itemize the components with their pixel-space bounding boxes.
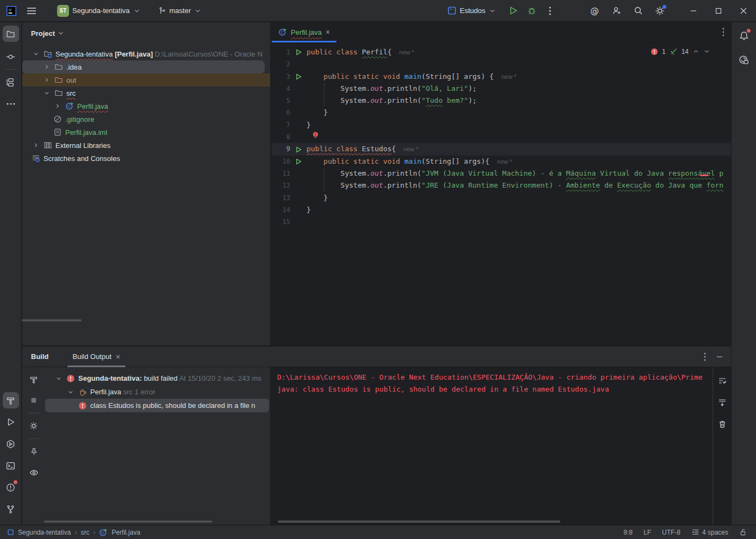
build-tree-item-row[interactable]: Segunda-tentativa: build failed At 15/10…	[45, 371, 270, 385]
more-toolwindows-button[interactable]	[3, 96, 19, 112]
code-line-4[interactable]: 4 System.out.println("Olá, Lari");	[272, 83, 731, 95]
project-tree-item-row[interactable]: Scratches and Consoles	[22, 152, 270, 165]
settings-gear-icon[interactable]	[651, 3, 669, 19]
code-line-9[interactable]: 9public class Estudos{new *	[272, 143, 731, 155]
code-line-7[interactable]: 7}	[272, 119, 731, 131]
breadcrumb-item[interactable]: Perfil.java	[111, 529, 140, 536]
window-minimize-button[interactable]	[681, 0, 706, 22]
build-output-tab[interactable]: Build Output ×	[71, 346, 123, 367]
code-line-6[interactable]: 6 }	[272, 107, 731, 119]
breadcrumb-item[interactable]: src	[80, 529, 89, 536]
main-menu-button[interactable]	[22, 3, 41, 19]
build-options-kebab-icon[interactable]	[704, 352, 706, 361]
clear-all-trash-icon[interactable]	[714, 416, 730, 432]
code-line-5[interactable]: 5 System.out.println("Tudo bem?");	[272, 95, 731, 107]
cursor-position-widget[interactable]: 9:8	[623, 529, 633, 536]
build-toolwindow-button[interactable]	[3, 392, 19, 408]
more-actions-button[interactable]	[541, 3, 559, 19]
chevron-down-icon[interactable]	[30, 50, 42, 58]
code-line-3[interactable]: 3 public static void main(String[] args)…	[272, 71, 731, 83]
code-line-13[interactable]: 13 }	[272, 192, 731, 204]
project-tree-item-row[interactable]: Segunda-tentativa [Perfil.java] D:\Laris…	[22, 47, 270, 60]
code-line-14[interactable]: 14}	[272, 204, 731, 216]
chevron-right-icon[interactable]	[41, 76, 53, 84]
ai-assistant-icon[interactable]: @	[585, 3, 604, 19]
code-editor[interactable]: 1public class Perfil{new *23 public stat…	[272, 42, 731, 345]
breadcrumbs[interactable]: Segunda-tentativa›src›CPerfil.java	[0, 528, 140, 537]
chevron-right-icon[interactable]	[30, 141, 42, 149]
prev-problem-chevron-icon[interactable]	[692, 48, 699, 55]
search-everywhere-icon[interactable]	[629, 3, 647, 19]
chevron-down-icon[interactable]	[53, 375, 65, 382]
error-stripe-mark[interactable]	[700, 175, 708, 176]
chevron-down-icon[interactable]	[65, 388, 77, 396]
project-horizontal-scrollbar[interactable]	[22, 319, 82, 321]
project-widget[interactable]: ST Segunda-tentativa	[54, 3, 144, 19]
window-maximize-button[interactable]	[706, 0, 731, 22]
run-arrow-icon[interactable]	[296, 49, 302, 55]
structure-toolwindow-button[interactable]	[3, 74, 19, 90]
line-separator-widget[interactable]: LF	[643, 529, 651, 536]
run-arrow-icon[interactable]	[296, 158, 302, 165]
code-with-me-icon[interactable]	[607, 3, 626, 19]
rerun-build-button[interactable]	[26, 371, 42, 388]
run-arrow-icon[interactable]	[296, 146, 302, 153]
project-tree-item-row[interactable]: External Libraries	[22, 139, 270, 152]
build-settings-gear-icon[interactable]	[26, 418, 42, 434]
scroll-to-end-icon[interactable]	[714, 394, 730, 411]
services-toolwindow-button[interactable]	[3, 436, 19, 452]
breadcrumb-item[interactable]: Segunda-tentativa	[18, 529, 71, 536]
problems-toolwindow-button[interactable]	[3, 479, 19, 495]
next-problem-chevron-icon[interactable]	[703, 48, 710, 55]
code-line-12[interactable]: 12 System.out.println("JRE (Java Runtime…	[272, 179, 731, 191]
project-tree-item-row[interactable]: Perfil.java.iml	[22, 126, 270, 139]
commit-toolwindow-button[interactable]	[3, 48, 19, 65]
hide-toolwindow-icon[interactable]	[716, 353, 723, 361]
chevron-right-icon[interactable]	[52, 102, 64, 110]
soft-wrap-icon[interactable]	[714, 373, 730, 389]
stop-build-button[interactable]	[26, 392, 42, 408]
run-toolwindow-button[interactable]	[3, 414, 19, 430]
window-close-button[interactable]	[731, 0, 756, 22]
chevron-down-icon[interactable]	[41, 89, 53, 97]
console-scrollbar[interactable]	[278, 521, 560, 523]
project-tree-item-row[interactable]: src	[22, 86, 270, 100]
build-console[interactable]: D:\Larissa\Cursos\ONE - Oracle Next Educ…	[270, 367, 713, 525]
tab-close-icon[interactable]: ×	[116, 352, 120, 361]
chevron-down-icon	[67, 388, 74, 396]
run-button[interactable]	[504, 3, 522, 19]
build-tree-scrollbar[interactable]	[44, 521, 213, 523]
debug-button[interactable]	[522, 3, 541, 19]
readonly-lock-icon[interactable]	[739, 528, 747, 536]
code-text: public static void main(String[] args) {	[307, 71, 493, 83]
vcs-branch-widget[interactable]: master	[155, 4, 205, 17]
pin-tab-icon[interactable]	[26, 443, 42, 460]
project-tree-item-row[interactable]: .gitignore	[22, 113, 270, 126]
code-line-10[interactable]: 10 public static void main(String[] args…	[272, 156, 731, 168]
tab-close-icon[interactable]: ×	[326, 28, 330, 36]
tab-options-kebab-icon[interactable]	[722, 28, 724, 36]
terminal-toolwindow-button[interactable]	[3, 457, 19, 474]
editor-tab-perfil-java[interactable]: C Perfil.java ×	[272, 22, 336, 42]
code-line-15[interactable]: 15	[272, 216, 731, 228]
git-toolwindow-button[interactable]	[3, 501, 19, 517]
code-line-11[interactable]: 11 System.out.println("JVM (Java Virtual…	[272, 168, 731, 179]
run-arrow-icon[interactable]	[296, 73, 302, 80]
indent-widget[interactable]: 4 spaces	[691, 528, 728, 536]
project-tree-item-row[interactable]: .idea	[22, 60, 265, 73]
build-tree-item-row[interactable]: class Estudos is public, should be decla…	[45, 399, 269, 412]
build-tree-item-row[interactable]: Perfil.java src 1 error	[45, 385, 270, 399]
project-toolwindow-button[interactable]	[3, 26, 19, 42]
inspections-widget[interactable]: 1 14	[651, 47, 710, 55]
notifications-bell-icon[interactable]	[736, 28, 752, 44]
chevron-right-icon[interactable]	[41, 63, 53, 71]
run-configuration-widget[interactable]: Estudos	[447, 6, 496, 15]
ai-assistant-toolwindow-button[interactable]	[736, 52, 752, 68]
view-options-eye-icon[interactable]	[26, 464, 42, 480]
project-tree-item-row[interactable]: CPerfil.java	[22, 100, 270, 113]
encoding-widget[interactable]: UTF-8	[662, 529, 680, 536]
project-tree-item-row[interactable]: out	[22, 73, 270, 86]
chevron-down-icon[interactable]	[57, 29, 65, 37]
code-line-2[interactable]: 2	[272, 58, 731, 70]
code-line-8[interactable]: 8	[272, 131, 731, 143]
